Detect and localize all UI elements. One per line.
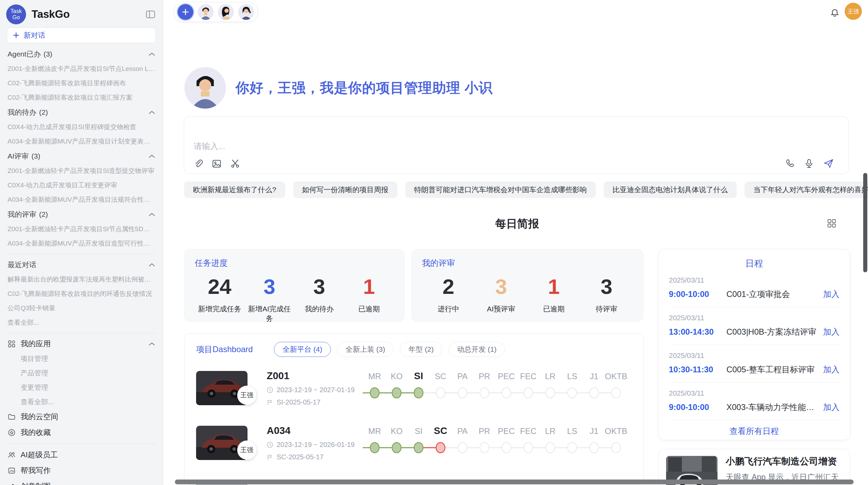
plus-icon — [181, 8, 190, 16]
tab-year-model[interactable]: 年型 (2) — [400, 342, 442, 357]
section-recent-chats[interactable]: 最近对话 — [8, 257, 155, 272]
sidebar-item-ai-employee[interactable]: AI超级员工 — [8, 447, 155, 463]
recent-chat-item[interactable]: 公司Q3轻卡销量 — [8, 301, 155, 315]
project-code: A034 — [267, 425, 359, 436]
milestone-track: MRKOSISCPAPRPECFECLRLSJ1OKTB — [359, 368, 634, 409]
new-chat-button[interactable]: 新对话 — [7, 27, 156, 43]
svg-text:J1: J1 — [590, 426, 598, 436]
assistant-avatar-2[interactable] — [218, 4, 234, 20]
project-row-a034[interactable]: 王强 A034 2023-12-19 ~ 2026-01-19 SC-2025-… — [196, 419, 632, 467]
view-all-schedule-link[interactable]: 查看所有日程 — [669, 420, 840, 442]
section-my-review[interactable]: 我的评审 (2) — [8, 207, 155, 222]
section-count: (2) — [39, 108, 48, 116]
suggestion-chip[interactable]: 欧洲新规最近颁布了什么? — [184, 182, 285, 198]
schedule-item: 2025/03/11 13:00-14:30 C003|H0B-方案冻结评审 加… — [669, 307, 840, 345]
project-row-z001[interactable]: 王强 Z001 2023-12-19 ~ 2027-01-19 SI-2025-… — [196, 364, 632, 412]
sidebar-item[interactable]: A034-全新新能源MUV产品开发项目法规符合性评审 — [8, 192, 155, 207]
sidebar-item[interactable]: C0X4-动力总成开发项目工程变更评审 — [8, 178, 155, 192]
join-link[interactable]: 加入 — [823, 289, 840, 300]
app-item-view-all[interactable]: 查看全部... — [8, 395, 155, 409]
sidebar-item[interactable]: Z001-全新燃油皮卡产品开发项目SI节点Lesson Learn报告 — [8, 62, 155, 76]
sidebar-item[interactable]: C02-飞腾新能源轻客改款项目立项汇报方案 — [8, 90, 155, 105]
plus-icon — [13, 32, 20, 39]
briefing-layout-icon[interactable] — [827, 219, 836, 229]
section-count: (3) — [44, 50, 52, 58]
stat-row: 24 新增完成任务 3 新增AI完成任务 3 我的待办 1 已逾期 — [195, 276, 394, 323]
horizontal-scrollbar[interactable] — [175, 480, 854, 484]
news-title: 小鹏飞行汽车制造公司增资 — [726, 456, 842, 467]
send-icon[interactable] — [823, 158, 834, 169]
assistant-avatar-3[interactable] — [238, 4, 254, 20]
recent-chat-item[interactable]: 解释最新出台的欧盟报废车法规再生塑料比例被调至15%... — [8, 272, 155, 287]
stat-my-todo: 3 我的待办 — [294, 276, 344, 323]
microphone-icon[interactable] — [804, 158, 814, 169]
recent-chat-view-all[interactable]: 查看全部... — [8, 315, 155, 330]
notifications-bell-icon[interactable] — [830, 7, 840, 19]
chat-input-box[interactable]: 请输入... — [184, 116, 849, 174]
tab-powertrain[interactable]: 动总开发 (1) — [448, 342, 505, 357]
image-upload-icon[interactable] — [212, 159, 222, 169]
project-info: A034 2023-12-19 ~ 2026-01-19 SC-2025-05-… — [267, 425, 359, 461]
svg-text:PA: PA — [457, 426, 468, 436]
suggestion-chip[interactable]: 比亚迪全固态电池计划具体说了什么 — [604, 182, 737, 198]
sidebar-item[interactable]: C02-飞腾新能源轻客改款项目里程碑画布 — [8, 76, 155, 90]
sidebar-item[interactable]: Z001-全新燃油轻卡产品开发项目SI节点属性5D文件评审 — [8, 222, 155, 236]
assistant-avatar-1[interactable] — [198, 4, 214, 20]
sidebar-item-help-write[interactable]: 帮我写作 — [8, 463, 155, 478]
schedule-item: 2025/03/11 9:00-10:00 C001-立项审批会 加入 — [669, 270, 840, 307]
app-item-change-mgmt[interactable]: 变更管理 — [8, 380, 155, 395]
section-ai-review[interactable]: AI评审 (3) — [8, 149, 155, 164]
join-link[interactable]: 加入 — [823, 326, 840, 337]
chevron-up-icon — [148, 110, 155, 114]
user-avatar[interactable]: 王强 — [845, 3, 862, 20]
project-date-range: 2023-12-19 ~ 2026-01-19 — [267, 441, 359, 449]
attachment-icon[interactable] — [193, 159, 203, 169]
sidebar-item[interactable]: A034-全新新能源MUV产品开发项目造型可行性评审 — [8, 236, 155, 251]
logo-text-2: Go — [12, 14, 20, 21]
join-link[interactable]: 加入 — [823, 364, 840, 375]
project-code: Z001 — [267, 370, 359, 382]
add-assistant-button[interactable] — [178, 4, 193, 20]
stat-label: 新增AI完成任务 — [244, 304, 294, 323]
stat-label: 待评审 — [580, 304, 633, 314]
voice-call-icon[interactable] — [785, 158, 795, 169]
svg-text:MR: MR — [368, 372, 381, 381]
screenshot-scissors-icon[interactable] — [230, 159, 240, 169]
tab-new-platform[interactable]: 全新平台 (4) — [274, 342, 331, 357]
schedule-event-title: C003|H0B-方案冻结评审 — [726, 326, 818, 337]
schedule-time: 9:00-10:00 — [669, 289, 723, 299]
suggestion-chip[interactable]: 当下年轻人对汽车外观有怎样的喜好趋势 — [745, 182, 868, 198]
section-my-todo[interactable]: 我的待办 (2) — [8, 105, 155, 120]
date-range-text: 2023-12-19 ~ 2026-01-19 — [277, 441, 354, 449]
sidebar-item-favorites[interactable]: 我的收藏 — [8, 425, 155, 440]
app-item-project-mgmt[interactable]: 项目管理 — [8, 351, 155, 366]
project-owner-badge: 王强 — [237, 386, 256, 405]
suggestion-chip[interactable]: 如何写一份清晰的项目周报 — [293, 182, 397, 198]
dashboard-tabs: 全新平台 (4) 全新上装 (3) 年型 (2) 动总开发 (1) — [274, 342, 505, 357]
schedule-item: 2025/03/11 9:00-10:00 X003-车辆动力学性能验... 加… — [669, 383, 840, 420]
tab-new-body[interactable]: 全新上装 (3) — [337, 342, 394, 357]
stat-value: 24 — [195, 276, 244, 297]
app-item-product-mgmt[interactable]: 产品管理 — [8, 366, 155, 380]
flag-icon — [267, 399, 273, 406]
schedule-event-title: C005-整车工程目标评审 — [726, 364, 818, 375]
stat-label: 已逾期 — [528, 304, 580, 314]
section-count: (3) — [32, 152, 40, 160]
section-my-apps[interactable]: 我的应用 — [8, 336, 155, 351]
recent-chat-item[interactable]: C02-飞腾新能源轻客改款项目的闭环通告反馈情况 — [8, 287, 155, 301]
sidebar-item-creative-draw[interactable]: 创意制图 — [8, 478, 155, 485]
sidebar-item[interactable]: C0X4-动力总成开发项目SI里程碑提交物检查 — [8, 120, 155, 134]
collapse-sidebar-icon[interactable] — [146, 10, 155, 19]
suggestion-chip[interactable]: 特朗普可能对进口汽车增税会对中国车企造成哪些影响 — [405, 182, 596, 198]
sidebar-item[interactable]: Z001-全新燃油轻卡产品开发项目SI造型提交物评审 — [8, 164, 155, 178]
vertical-scrollbar[interactable] — [863, 173, 867, 272]
sidebar-item-cloud-space[interactable]: 我的云空间 — [8, 409, 155, 425]
flag-icon — [267, 454, 273, 460]
sidebar: Task Go TaskGo 新对话 Agent已办 (3) Z001-全新燃油… — [0, 0, 163, 485]
svg-text:LR: LR — [545, 426, 556, 436]
stat-label: 已逾期 — [344, 304, 394, 314]
section-agent-done[interactable]: Agent已办 (3) — [8, 47, 155, 62]
join-link[interactable]: 加入 — [823, 402, 840, 413]
stat-value: 3 — [475, 276, 528, 297]
sidebar-item[interactable]: A034-全新新能源MUV产品开发项目计划变更表编写 — [8, 134, 155, 149]
